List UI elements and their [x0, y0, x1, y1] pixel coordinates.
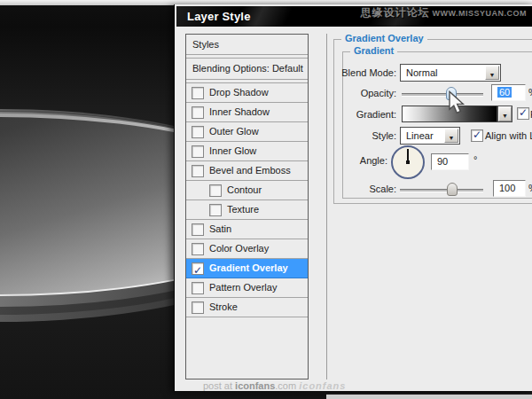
- color-overlay-checkbox[interactable]: [192, 243, 204, 255]
- missyuan-watermark: 思缘设计论坛 WWW.MISSYUAN.COM: [360, 5, 527, 20]
- list-item-texture[interactable]: Texture: [186, 200, 308, 220]
- style-label: Style:: [317, 130, 396, 141]
- panel-divider: [326, 34, 327, 379]
- angle-value-field[interactable]: 90: [431, 153, 469, 170]
- opacity-value: 60: [497, 87, 512, 98]
- dialog-title: Layer Style: [187, 10, 251, 23]
- iconfans-logo: iconfans: [299, 380, 346, 391]
- list-item-label: Bevel and Emboss: [209, 161, 291, 180]
- watermark-cn-text: 思缘设计论坛: [360, 6, 429, 19]
- watermark-text: post at: [203, 380, 235, 391]
- opacity-label: Opacity:: [317, 88, 396, 98]
- scale-unit: %: [528, 183, 532, 193]
- contour-checkbox[interactable]: [209, 184, 222, 197]
- list-item-pattern-overlay[interactable]: Pattern Overlay: [186, 278, 308, 298]
- list-item-label: Texture: [227, 200, 259, 219]
- list-item-label: Drop Shadow: [209, 83, 269, 102]
- gradient-label: Gradient:: [317, 109, 396, 120]
- outer-glow-checkbox[interactable]: [192, 126, 204, 138]
- angle-value: 90: [437, 156, 448, 167]
- angle-dial[interactable]: [391, 145, 425, 179]
- list-item-contour[interactable]: Contour: [186, 181, 308, 200]
- blend-mode-label: Blend Mode:: [317, 67, 396, 78]
- scale-value-field[interactable]: 100: [493, 180, 526, 197]
- chevron-down-icon[interactable]: ▼: [444, 129, 458, 143]
- layer-style-dialog: Layer Style Styles Blending Options: Def…: [174, 4, 532, 391]
- scale-slider-thumb[interactable]: [447, 183, 458, 196]
- list-item-label: Gradient Overlay: [209, 259, 288, 278]
- list-item-label: Stroke: [209, 298, 238, 317]
- list-item-outer-glow[interactable]: Outer Glow: [186, 122, 308, 142]
- list-item-stroke[interactable]: Stroke: [186, 298, 308, 317]
- reverse-checkbox[interactable]: [517, 107, 529, 120]
- style-value: Linear: [406, 130, 434, 141]
- list-item-inner-glow[interactable]: Inner Glow: [186, 142, 308, 161]
- list-item-drop-shadow[interactable]: Drop Shadow: [186, 83, 308, 103]
- gradient-overlay-section-title: Gradient Overlay: [341, 33, 427, 43]
- align-with-layer-checkbox[interactable]: [471, 129, 483, 142]
- styles-list: Styles Blending Options: Default Drop Sh…: [185, 34, 309, 379]
- angle-unit: °: [473, 154, 477, 165]
- list-item-color-overlay[interactable]: Color Overlay: [186, 239, 308, 259]
- inner-shadow-checkbox[interactable]: [192, 106, 204, 119]
- blend-mode-dropdown[interactable]: Normal ▼: [400, 64, 501, 82]
- inner-glow-checkbox[interactable]: [192, 145, 204, 158]
- screenshot-stage: Layer Style Styles Blending Options: Def…: [0, 0, 532, 399]
- list-item-inner-shadow[interactable]: Inner Shadow: [186, 103, 308, 122]
- list-item-label: Satin: [209, 220, 231, 239]
- gradient-group-title: Gradient: [350, 45, 397, 56]
- watermark-suffix: .com: [275, 380, 296, 391]
- opacity-unit: %: [528, 87, 532, 98]
- blending-options-item[interactable]: Blending Options: Default: [186, 59, 308, 80]
- chevron-down-icon[interactable]: ▼: [485, 66, 499, 80]
- opacity-value-field[interactable]: 60: [491, 84, 526, 101]
- scale-label: Scale:: [317, 184, 396, 194]
- stroke-checkbox[interactable]: [192, 301, 204, 314]
- style-dropdown[interactable]: Linear ▼: [400, 127, 460, 145]
- gradient-overlay-checkbox[interactable]: [192, 262, 204, 275]
- list-item-gradient-overlay[interactable]: Gradient Overlay: [186, 259, 308, 278]
- drop-shadow-checkbox[interactable]: [192, 87, 204, 99]
- scale-value: 100: [499, 183, 515, 193]
- angle-center-dot: [406, 160, 410, 164]
- list-item-satin[interactable]: Satin: [186, 220, 308, 239]
- opacity-slider-track[interactable]: [402, 93, 483, 97]
- iconfans-watermark: post at iconfans.com iconfans: [203, 380, 346, 391]
- list-item-bevel-and-emboss[interactable]: Bevel and Emboss: [186, 161, 308, 181]
- chevron-down-icon[interactable]: ▼: [498, 106, 512, 121]
- styles-header[interactable]: Styles: [186, 35, 308, 55]
- watermark-url-text: WWW.MISSYUAN.COM: [433, 9, 528, 18]
- align-with-layer-label: Align with L: [485, 130, 532, 141]
- satin-checkbox[interactable]: [192, 223, 204, 236]
- cursor-arrow-icon: [448, 90, 466, 115]
- list-item-label: Color Overlay: [209, 239, 269, 258]
- list-item-label: Contour: [227, 181, 262, 200]
- list-item-label: Inner Glow: [209, 142, 256, 160]
- list-item-label: Pattern Overlay: [209, 278, 277, 297]
- list-item-label: Outer Glow: [209, 122, 259, 141]
- blend-mode-value: Normal: [406, 67, 437, 78]
- texture-checkbox[interactable]: [209, 204, 222, 216]
- background-window-strip: [326, 394, 532, 399]
- angle-label: Angle:: [312, 155, 387, 166]
- pattern-overlay-checkbox[interactable]: [192, 282, 204, 294]
- scale-slider-track[interactable]: [400, 189, 483, 192]
- watermark-site: iconfans: [235, 380, 275, 391]
- bevel-emboss-checkbox[interactable]: [192, 165, 204, 177]
- gradient-picker-button[interactable]: ▼: [497, 106, 512, 122]
- list-item-label: Inner Shadow: [209, 103, 270, 121]
